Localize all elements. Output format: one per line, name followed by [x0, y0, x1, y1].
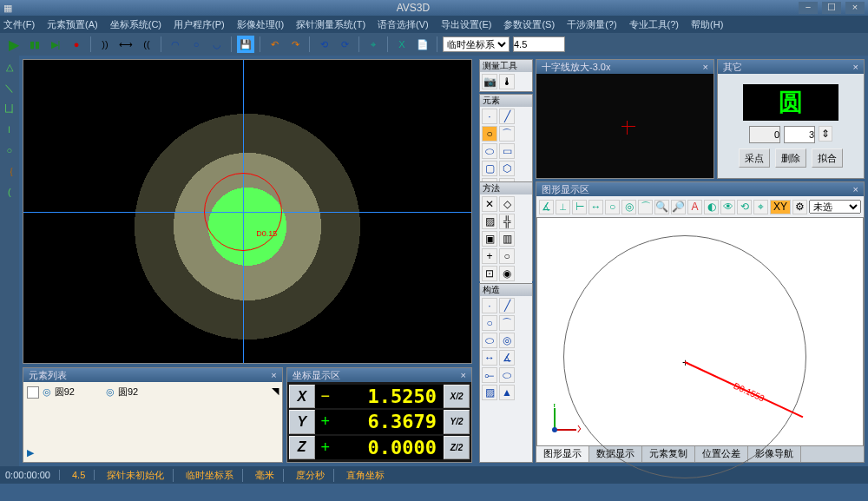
circle-select-icon[interactable]: ○ — [2, 142, 17, 158]
method-1-icon[interactable]: ✕ — [482, 196, 497, 212]
g-tool-4[interactable]: ↔ — [589, 200, 603, 214]
rotate-right-icon[interactable]: ⟳ — [336, 36, 353, 53]
x-half-button[interactable]: X/2 — [444, 385, 470, 408]
g-tool-9[interactable]: 🔎 — [671, 200, 686, 214]
next-button[interactable]: ▶| — [47, 36, 64, 53]
u-icon[interactable]: 凵 — [2, 101, 17, 116]
report-icon[interactable]: 📄 — [414, 36, 431, 53]
g-tool-12[interactable]: 👁 — [720, 200, 735, 214]
align-left-icon[interactable]: )) — [96, 36, 114, 53]
triangle-icon[interactable]: △ — [2, 59, 17, 75]
fit-button[interactable]: 拟合 — [812, 148, 843, 168]
maximize-button[interactable]: ☐ — [822, 2, 841, 14]
delete-button[interactable]: 删除 — [775, 148, 806, 168]
menu-element-preset[interactable]: 元素预置(A) — [47, 18, 98, 31]
construct-2-icon[interactable]: ╱ — [499, 298, 515, 313]
crosshair-body[interactable] — [536, 74, 713, 178]
camera-view[interactable]: D0.15 — [23, 59, 472, 364]
menu-pro-tools[interactable]: 专业工具(?) — [629, 18, 679, 31]
circle-icon[interactable]: ○ — [187, 36, 205, 53]
menu-image-proc[interactable]: 影像处理(I) — [237, 18, 284, 31]
close-icon[interactable]: × — [271, 370, 276, 380]
g-tool-2[interactable]: ⟂ — [556, 200, 570, 214]
axis-y-button[interactable]: Y — [289, 410, 315, 433]
menu-interference[interactable]: 干涉测量(?) — [567, 18, 616, 31]
g-tool-14[interactable]: ⌖ — [753, 200, 768, 214]
g-tool-xy[interactable]: XY — [770, 200, 791, 214]
minimize-button[interactable]: − — [799, 2, 818, 14]
menu-user-program[interactable]: 用户程序(P) — [174, 18, 225, 31]
method-3-icon[interactable]: ▨ — [482, 214, 497, 229]
axes-icon[interactable]: ⌖ — [365, 36, 382, 53]
sample-button[interactable]: 采点 — [739, 148, 770, 168]
method-5-icon[interactable]: ▣ — [482, 231, 497, 247]
align-right-icon[interactable]: (( — [138, 36, 155, 53]
g-tool-8[interactable]: 🔍 — [654, 200, 669, 214]
hex-icon[interactable]: ⬡ — [499, 161, 515, 176]
stepper-icon[interactable]: ⇕ — [819, 126, 832, 142]
close-icon[interactable]: × — [853, 62, 858, 72]
g-tool-7[interactable]: ⌒ — [638, 200, 653, 214]
menu-voice[interactable]: 语音选择(V) — [378, 18, 429, 31]
flag-icon[interactable]: ◥ — [272, 386, 279, 397]
close-button[interactable]: × — [845, 2, 865, 14]
toolbar-value-input[interactable] — [513, 36, 565, 52]
arrow-right-icon[interactable]: ▶ — [27, 447, 34, 458]
method-6-icon[interactable]: ▥ — [499, 231, 515, 247]
coord-system-select[interactable]: 临时坐标系 — [443, 36, 510, 52]
probe-icon[interactable]: 🌡 — [499, 74, 515, 89]
redo-button[interactable]: ↷ — [286, 36, 304, 53]
align-center-icon[interactable]: ⟷ — [117, 36, 135, 53]
construct-6-icon[interactable]: ◎ — [499, 333, 515, 348]
method-2-icon[interactable]: ◇ — [499, 196, 515, 212]
checkbox-icon[interactable] — [27, 386, 39, 399]
construct-7-icon[interactable]: ↔ — [482, 350, 497, 366]
close-icon[interactable]: × — [703, 62, 708, 72]
g-tool-1[interactable]: ∡ — [539, 200, 554, 214]
construct-9-icon[interactable]: ⟜ — [482, 367, 497, 383]
construct-5-icon[interactable]: ⬭ — [482, 333, 497, 348]
arc-left-icon[interactable]: ◠ — [167, 36, 184, 53]
other-input-2[interactable] — [784, 126, 815, 143]
construct-1-icon[interactable]: · — [482, 298, 497, 313]
excel-icon[interactable]: X — [393, 36, 411, 53]
z-half-button[interactable]: Z/2 — [444, 436, 470, 459]
brace-icon[interactable]: ｛ — [2, 163, 17, 179]
undo-button[interactable]: ↶ — [266, 36, 283, 53]
graph-canvas[interactable]: + D0.1553 Y X — [536, 217, 864, 446]
pause-button[interactable]: ▮▮ — [26, 36, 43, 53]
save-button[interactable]: 💾 — [237, 36, 254, 53]
axis-x-button[interactable]: X — [289, 385, 315, 408]
g-tool-3[interactable]: ⊢ — [572, 200, 587, 214]
line-icon[interactable]: ╱ — [499, 109, 515, 124]
rect-icon[interactable]: ▢ — [482, 161, 497, 176]
g-tool-10[interactable]: A — [687, 200, 702, 214]
menu-export[interactable]: 导出设置(E) — [441, 18, 492, 31]
line-icon[interactable]: ＼ — [2, 80, 17, 96]
construct-11-icon[interactable]: ▨ — [482, 385, 497, 400]
ellipse-icon[interactable]: ⬭ — [482, 143, 497, 159]
arc-icon[interactable]: ⌒ — [499, 126, 515, 142]
i-icon[interactable]: Ｉ — [2, 122, 17, 137]
g-tool-6[interactable]: ◎ — [621, 200, 636, 214]
element-list-body[interactable]: ◎ 圆92 ◎ 圆92 ◥ ▶ — [23, 382, 282, 462]
method-7-icon[interactable]: + — [482, 248, 497, 264]
construct-12-icon[interactable]: ▲ — [499, 385, 515, 400]
list-item[interactable]: ◎ 圆92 ◎ 圆92 ◥ — [27, 386, 279, 399]
y-half-button[interactable]: Y/2 — [444, 410, 470, 433]
method-9-icon[interactable]: ⊡ — [482, 266, 497, 281]
menu-params[interactable]: 参数设置(S) — [503, 18, 555, 31]
circle-icon[interactable]: ○ — [482, 126, 497, 142]
g-tool-13[interactable]: ⟲ — [737, 200, 752, 214]
construct-8-icon[interactable]: ∡ — [499, 350, 515, 366]
graph-select[interactable]: 未选 — [809, 200, 861, 214]
paren-icon[interactable]: ( — [2, 184, 17, 200]
menu-coord-system[interactable]: 坐标系统(C) — [110, 18, 161, 31]
g-tool-15[interactable]: ⚙ — [792, 200, 807, 214]
method-10-icon[interactable]: ◉ — [499, 266, 515, 281]
menu-probe-system[interactable]: 探针测量系统(T) — [296, 18, 365, 31]
camera-icon[interactable]: 📷 — [482, 74, 497, 89]
method-8-icon[interactable]: ○ — [499, 248, 515, 264]
construct-4-icon[interactable]: ⌒ — [499, 315, 515, 331]
close-icon[interactable]: × — [853, 184, 858, 194]
